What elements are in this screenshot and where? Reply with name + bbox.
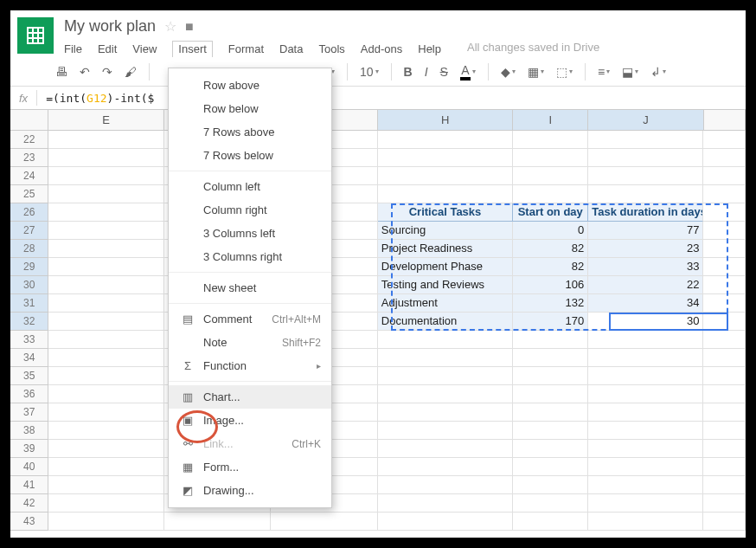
cell[interactable] xyxy=(48,367,163,385)
cell[interactable] xyxy=(588,476,703,494)
insert-note[interactable]: NoteShift+F2 xyxy=(169,331,331,354)
cell[interactable] xyxy=(513,185,588,203)
col-header-h[interactable]: H xyxy=(378,110,513,131)
print-button[interactable]: 🖶 xyxy=(52,63,71,81)
cell[interactable]: Adjustment xyxy=(378,294,513,313)
cell[interactable]: 106 xyxy=(513,276,588,294)
cell[interactable]: 82 xyxy=(513,240,588,258)
row-header[interactable]: 29 xyxy=(10,258,48,276)
cell[interactable] xyxy=(513,349,588,367)
row-header[interactable]: 38 xyxy=(10,422,48,440)
redo-button[interactable]: ↷ xyxy=(99,63,116,81)
row-header[interactable]: 33 xyxy=(10,331,48,349)
cell[interactable]: 23 xyxy=(588,240,703,258)
cell[interactable] xyxy=(48,222,163,240)
cell[interactable]: 170 xyxy=(513,313,588,331)
cell[interactable] xyxy=(48,203,163,222)
menu-insert[interactable]: Insert xyxy=(172,41,213,57)
cell[interactable] xyxy=(703,203,746,222)
cell[interactable] xyxy=(703,458,746,476)
cell[interactable]: Documentation xyxy=(378,313,513,331)
cell[interactable] xyxy=(48,258,163,276)
cell[interactable] xyxy=(48,513,163,531)
cell[interactable] xyxy=(48,385,163,403)
row-header[interactable]: 41 xyxy=(10,476,48,494)
cell[interactable]: 132 xyxy=(513,294,588,313)
cell[interactable] xyxy=(703,167,746,185)
row-header[interactable]: 35 xyxy=(10,367,48,385)
insert-function[interactable]: ΣFunction▸ xyxy=(169,354,331,377)
menu-data[interactable]: Data xyxy=(279,41,303,57)
cell[interactable] xyxy=(703,367,746,385)
cell[interactable] xyxy=(588,367,703,385)
cell[interactable] xyxy=(378,440,513,458)
cell[interactable] xyxy=(48,185,163,203)
cell[interactable] xyxy=(588,403,703,422)
cell[interactable] xyxy=(378,349,513,367)
row-header[interactable]: 43 xyxy=(10,513,48,531)
cell[interactable] xyxy=(48,240,163,258)
cell[interactable] xyxy=(513,385,588,403)
star-icon[interactable]: ☆ xyxy=(164,18,176,35)
cell[interactable] xyxy=(378,422,513,440)
menu-tools[interactable]: Tools xyxy=(318,41,344,57)
cell[interactable] xyxy=(703,476,746,494)
col-header-j[interactable]: J xyxy=(588,110,703,131)
cell[interactable] xyxy=(588,349,703,367)
cell[interactable] xyxy=(48,403,163,422)
row-header[interactable]: 25 xyxy=(10,185,48,203)
cell[interactable]: Testing and Reviews xyxy=(378,276,513,294)
paint-format-button[interactable]: 🖌 xyxy=(121,63,140,81)
cell[interactable] xyxy=(513,331,588,349)
cell[interactable] xyxy=(378,458,513,476)
font-size[interactable]: 10 ▾ xyxy=(356,63,382,81)
cell[interactable]: Sourcing xyxy=(378,222,513,240)
cell[interactable] xyxy=(513,422,588,440)
cell[interactable] xyxy=(48,349,163,367)
cell[interactable]: 34 xyxy=(588,294,703,313)
cell[interactable] xyxy=(588,440,703,458)
cell[interactable] xyxy=(513,403,588,422)
cell[interactable]: 77 xyxy=(588,222,703,240)
cell[interactable] xyxy=(588,494,703,513)
app-logo[interactable] xyxy=(17,17,54,54)
row-header[interactable]: 24 xyxy=(10,167,48,185)
row-header[interactable]: 27 xyxy=(10,222,48,240)
cell[interactable] xyxy=(378,185,513,203)
text-color-button[interactable]: A▾ xyxy=(457,61,479,82)
cell[interactable] xyxy=(513,131,588,149)
row-header[interactable]: 30 xyxy=(10,276,48,294)
cell[interactable] xyxy=(703,385,746,403)
cell[interactable] xyxy=(48,276,163,294)
menu-file[interactable]: File xyxy=(64,41,82,57)
insert-col-right[interactable]: Column right xyxy=(169,198,331,222)
cell[interactable] xyxy=(378,331,513,349)
cell[interactable] xyxy=(588,167,703,185)
cell[interactable] xyxy=(703,222,746,240)
cell[interactable] xyxy=(588,422,703,440)
cell[interactable] xyxy=(48,440,163,458)
insert-rows-below[interactable]: 7 Rows below xyxy=(169,144,331,167)
cell[interactable] xyxy=(588,131,703,149)
undo-button[interactable]: ↶ xyxy=(76,63,93,81)
cell[interactable] xyxy=(378,476,513,494)
borders-button[interactable]: ▦▾ xyxy=(524,63,548,81)
insert-col-left[interactable]: Column left xyxy=(169,175,331,198)
cell[interactable] xyxy=(588,513,703,531)
cell[interactable]: 30 xyxy=(588,313,703,331)
cell[interactable] xyxy=(513,167,588,185)
col-header-i[interactable]: I xyxy=(513,110,588,131)
cell[interactable] xyxy=(588,385,703,403)
insert-rows-above[interactable]: 7 Rows above xyxy=(169,120,331,144)
insert-row-below[interactable]: Row below xyxy=(169,97,331,120)
menu-help[interactable]: Help xyxy=(418,41,441,57)
insert-comment[interactable]: ▤CommentCtrl+Alt+M xyxy=(169,307,331,331)
cell[interactable] xyxy=(48,422,163,440)
cell[interactable] xyxy=(703,440,746,458)
cell[interactable] xyxy=(588,458,703,476)
cell[interactable] xyxy=(703,422,746,440)
cell[interactable] xyxy=(513,476,588,494)
menu-edit[interactable]: Edit xyxy=(98,41,117,57)
cell[interactable] xyxy=(703,294,746,313)
cell[interactable] xyxy=(378,385,513,403)
